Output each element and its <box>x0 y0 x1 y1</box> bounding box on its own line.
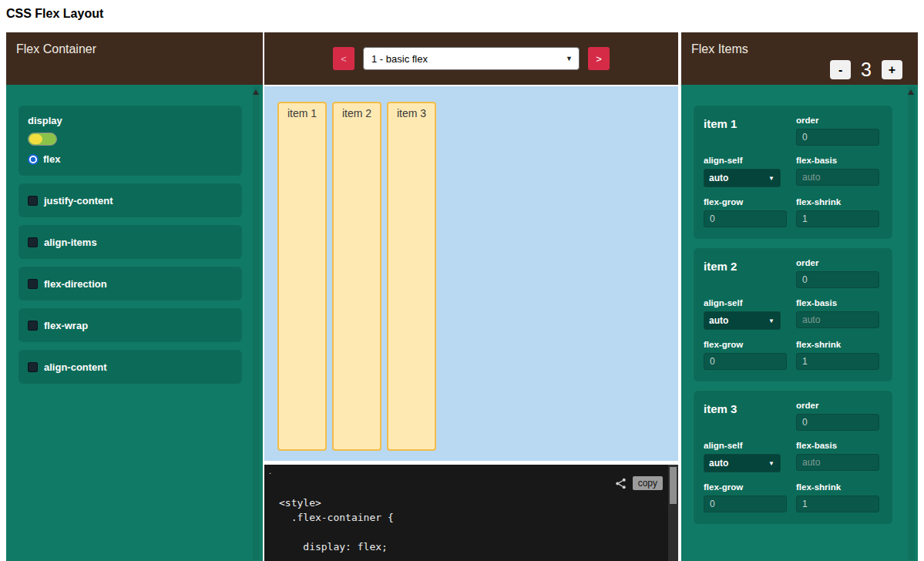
item-1-align-self-select[interactable]: auto <box>704 169 781 187</box>
option-flex-wrap[interactable]: flex-wrap <box>18 308 242 342</box>
flex-grow-label: flex-grow <box>704 197 790 207</box>
option-label: align-items <box>44 237 97 248</box>
item-1-flex-shrink-input[interactable] <box>796 210 879 227</box>
item-2-flex-basis-field: flex-basis <box>796 298 882 330</box>
item-2-align-self-wrap: auto ▼ <box>704 311 781 330</box>
display-flex-option: flex <box>28 153 233 165</box>
align-self-label: align-self <box>704 156 790 165</box>
code-marker: . <box>269 466 271 475</box>
item-2-align-self-select[interactable]: auto <box>704 311 781 330</box>
option-flex-direction[interactable]: flex-direction <box>18 267 242 301</box>
flex-shrink-label: flex-shrink <box>796 482 882 492</box>
display-toggle[interactable] <box>28 133 57 146</box>
flex-direction-checkbox[interactable] <box>28 279 38 289</box>
item-3-align-self-wrap: auto ▼ <box>704 454 781 472</box>
add-item-button[interactable]: + <box>882 60 902 79</box>
flex-preview-container: item 1 item 2 item 3 <box>264 86 678 461</box>
preview-item-2: item 2 <box>332 102 381 451</box>
flex-basis-label: flex-basis <box>796 156 882 165</box>
item-2-order-field: order <box>796 258 882 288</box>
item-3-align-self-field: align-self auto ▼ <box>704 441 790 472</box>
page-title: CSS Flex Layout <box>6 7 103 21</box>
align-self-label: align-self <box>704 298 790 307</box>
left-panel-scrollbar[interactable] <box>253 86 260 559</box>
flex-container-title: Flex Container <box>16 42 96 56</box>
item-2-card: item 2 order align-self auto ▼ flex-basi <box>694 248 892 381</box>
item-3-flex-shrink-input[interactable] <box>796 495 879 512</box>
option-align-items[interactable]: align-items <box>18 225 242 259</box>
item-1-flex-basis-input[interactable] <box>796 169 879 186</box>
item-count: 3 <box>861 59 872 81</box>
preview-item-3: item 3 <box>387 102 436 451</box>
item-1-card: item 1 order align-self auto ▼ flex-basi <box>694 106 892 239</box>
order-label: order <box>796 116 882 125</box>
flex-items-header: Flex Items - 3 + <box>681 32 918 85</box>
option-label: flex-direction <box>44 278 107 290</box>
item-3-card: item 3 order align-self auto ▼ flex-basi <box>694 391 892 524</box>
code-panel: . <style> .flex-container { display: fle… <box>264 465 678 561</box>
item-1-flex-basis-field: flex-basis <box>796 156 882 187</box>
flex-container-panel: Flex Container display flex justify-cont… <box>6 32 263 561</box>
share-icon[interactable] <box>615 478 627 489</box>
display-label: display <box>28 115 233 126</box>
align-items-checkbox[interactable] <box>28 237 38 247</box>
item-2-flex-shrink-field: flex-shrink <box>796 340 882 370</box>
flex-items-title: Flex Items <box>691 42 748 56</box>
flex-basis-label: flex-basis <box>796 298 882 307</box>
item-3-flex-grow-input[interactable] <box>704 495 787 512</box>
display-flex-label: flex <box>43 153 60 165</box>
item-2-flex-grow-input[interactable] <box>704 353 787 370</box>
flex-container-header: Flex Container <box>6 32 263 85</box>
preview-item-1: item 1 <box>277 102 327 451</box>
item-1-align-self-field: align-self auto ▼ <box>704 156 790 187</box>
item-1-order-input[interactable] <box>796 129 879 146</box>
flex-wrap-checkbox[interactable] <box>28 321 38 331</box>
order-label: order <box>796 401 882 410</box>
preview-panel: < 1 - basic flex ▼ > item 1 item 2 item … <box>264 32 678 561</box>
item-2-heading: item 2 <box>704 258 790 288</box>
flex-items-body: item 1 order align-self auto ▼ flex-basi <box>681 85 918 561</box>
align-content-checkbox[interactable] <box>28 362 38 372</box>
code-block: <style> .flex-container { display: flex; <box>279 495 394 554</box>
code-scrollbar-thumb[interactable] <box>670 467 677 504</box>
item-1-flex-grow-input[interactable] <box>704 210 787 227</box>
item-2-order-input[interactable] <box>796 271 879 288</box>
justify-content-checkbox[interactable] <box>28 196 38 206</box>
option-label: align-content <box>44 361 107 373</box>
flex-grow-label: flex-grow <box>704 340 790 349</box>
item-3-align-self-select[interactable]: auto <box>704 454 781 472</box>
option-align-content[interactable]: align-content <box>18 350 242 384</box>
option-justify-content[interactable]: justify-content <box>18 183 242 217</box>
item-2-align-self-field: align-self auto ▼ <box>704 298 790 330</box>
prev-example-button[interactable]: < <box>333 47 354 70</box>
item-3-flex-basis-field: flex-basis <box>796 441 882 472</box>
item-1-flex-shrink-field: flex-shrink <box>796 197 882 227</box>
next-example-button[interactable]: > <box>588 47 610 70</box>
copy-button[interactable]: copy <box>633 476 663 490</box>
item-3-order-input[interactable] <box>796 414 879 431</box>
scroll-up-icon[interactable] <box>908 89 914 95</box>
item-count-controls: - 3 + <box>830 59 902 81</box>
main-layout: Flex Container display flex justify-cont… <box>6 32 918 561</box>
flex-basis-label: flex-basis <box>796 441 882 450</box>
example-select[interactable]: 1 - basic flex <box>363 47 580 70</box>
item-1-flex-grow-field: flex-grow <box>704 197 790 227</box>
code-scrollbar[interactable] <box>668 465 678 561</box>
align-self-label: align-self <box>704 441 790 450</box>
option-label: justify-content <box>44 195 113 207</box>
item-2-flex-basis-input[interactable] <box>796 311 879 328</box>
option-label: flex-wrap <box>44 320 88 331</box>
item-2-flex-grow-field: flex-grow <box>704 340 790 370</box>
flex-shrink-label: flex-shrink <box>796 197 882 207</box>
display-card: display flex <box>18 106 242 176</box>
scroll-up-icon[interactable] <box>253 89 259 95</box>
item-3-flex-shrink-field: flex-shrink <box>796 482 882 512</box>
item-3-heading: item 3 <box>704 401 790 431</box>
item-3-flex-basis-input[interactable] <box>796 454 879 471</box>
item-3-flex-grow-field: flex-grow <box>704 482 790 512</box>
right-panel-scrollbar[interactable] <box>908 86 915 559</box>
display-flex-radio[interactable] <box>28 154 39 165</box>
item-2-flex-shrink-input[interactable] <box>796 353 879 370</box>
flex-items-panel: Flex Items - 3 + item 1 order align-self <box>681 32 918 561</box>
remove-item-button[interactable]: - <box>830 60 851 79</box>
